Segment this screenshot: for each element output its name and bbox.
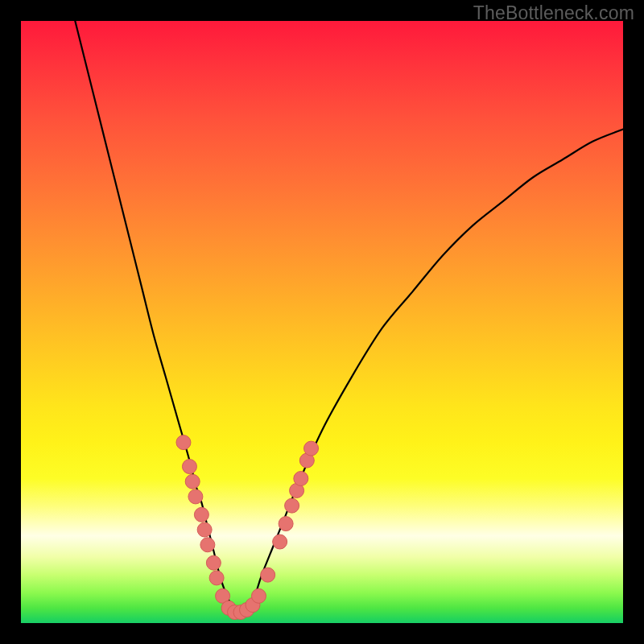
watermark-text: TheBottleneck.com (473, 2, 634, 24)
curve-marker (200, 538, 215, 552)
curve-marker (188, 489, 203, 504)
curve-layer (21, 21, 623, 623)
curve-marker (176, 436, 191, 450)
chart-frame: TheBottleneck.com (0, 0, 644, 644)
curve-marker (182, 460, 196, 474)
plot-area (21, 21, 623, 623)
curve-marker (285, 498, 299, 513)
curve-marker (209, 571, 224, 585)
curve-marker (304, 441, 319, 456)
bottleneck-curve (75, 21, 623, 612)
curve-marker (194, 507, 208, 522)
curve-marker (185, 474, 200, 489)
curve-marker (206, 555, 221, 570)
curve-marker (197, 522, 212, 537)
curve-marker (251, 588, 266, 603)
curve-marker (273, 535, 287, 549)
curve-marker (294, 471, 308, 485)
curve-marker (261, 568, 275, 582)
curve-marker (279, 517, 293, 531)
